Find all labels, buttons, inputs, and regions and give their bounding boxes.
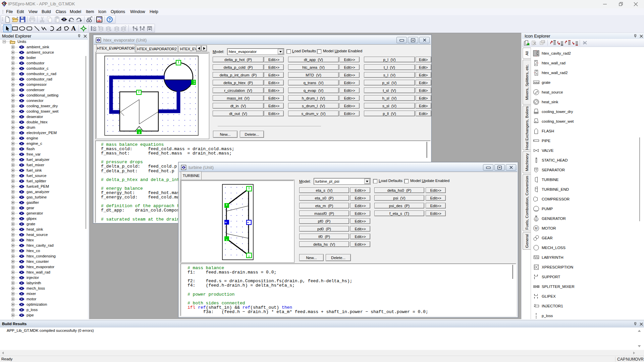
svg-text:X0: X0 [542,41,545,43]
svg-text:G: G [535,218,537,221]
svg-text:?: ? [108,17,111,22]
svg-text:A: A [71,25,76,32]
svg-text:M: M [535,226,537,230]
